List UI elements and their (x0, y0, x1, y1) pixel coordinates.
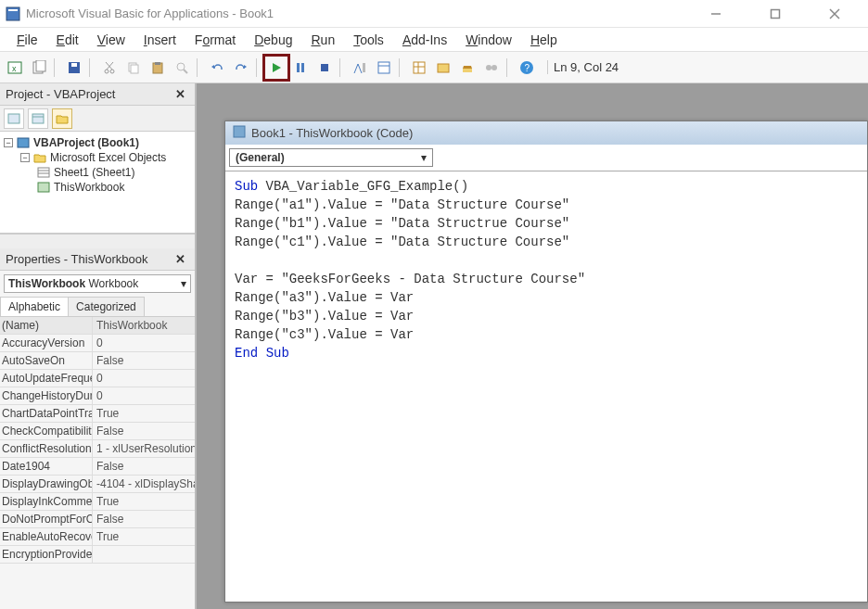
property-name: CheckCompatibility (0, 423, 93, 439)
properties-table[interactable]: (Name)ThisWorkbookAccuracyVersion0AutoSa… (0, 317, 195, 609)
collapse-icon[interactable]: − (4, 138, 13, 147)
menu-file[interactable]: File (9, 31, 45, 49)
property-value[interactable]: ThisWorkbook (93, 319, 195, 332)
object-browser-icon[interactable] (432, 57, 454, 79)
properties-object-name: ThisWorkbook (8, 277, 85, 290)
reset-icon[interactable] (313, 57, 336, 79)
property-value[interactable]: True (93, 495, 195, 508)
tab-alphabetic[interactable]: Alphabetic (0, 297, 69, 316)
properties-tabs: Alphabetic Categorized (0, 297, 195, 317)
properties-object-type: Workbook (88, 277, 138, 290)
break-icon[interactable] (289, 57, 312, 79)
menu-tools[interactable]: Tools (346, 31, 391, 49)
view-object-icon[interactable] (28, 108, 48, 129)
code-window-title: Book1 - ThisWorkbook (Code) (251, 126, 413, 140)
property-value[interactable]: 0 (93, 372, 195, 385)
property-row[interactable]: Date1904False (0, 458, 195, 476)
properties-object-selector[interactable]: ThisWorkbook Workbook ▾ (4, 274, 191, 293)
property-value[interactable]: False (93, 460, 195, 473)
project-tree[interactable]: − VBAProject (Book1) − Microsoft Excel O… (0, 132, 195, 234)
close-button[interactable] (816, 2, 853, 26)
paste-icon[interactable] (147, 57, 169, 79)
cut-icon[interactable] (98, 57, 121, 79)
property-name: ChartDataPointTrack (0, 405, 93, 422)
project-toolbar (0, 106, 195, 132)
property-value[interactable]: False (93, 354, 195, 367)
code-object-dropdown[interactable]: (General) ▾ (229, 148, 433, 167)
property-row[interactable]: DisplayInkCommentsTrue (0, 493, 195, 511)
tree-root[interactable]: − VBAProject (Book1) (2, 135, 193, 150)
property-row[interactable]: AccuracyVersion0 (0, 335, 195, 352)
property-row[interactable]: EncryptionProvider (0, 546, 195, 564)
svg-rect-39 (18, 138, 29, 147)
property-row[interactable]: AutoSaveOnFalse (0, 352, 195, 370)
property-row[interactable]: EnableAutoRecoverTrue (0, 528, 195, 546)
code-line: Range("a1").Value = "Data Structure Cour… (235, 196, 858, 214)
title-bar: Microsoft Visual Basic for Applications … (0, 0, 868, 28)
code-editor[interactable]: Sub VBA_Variable_GFG_Example()Range("a1"… (225, 171, 867, 602)
property-name: EncryptionProvider (0, 546, 93, 563)
toggle-folders-icon[interactable] (52, 108, 72, 129)
tab-order-icon[interactable] (480, 57, 503, 79)
project-explorer-close[interactable]: ✕ (172, 87, 189, 101)
undo-icon[interactable] (206, 57, 228, 79)
maximize-button[interactable] (757, 2, 794, 26)
properties-close[interactable]: ✕ (172, 252, 189, 266)
property-value[interactable]: 0 (93, 336, 195, 349)
svg-line-14 (106, 62, 112, 70)
svg-rect-16 (131, 65, 138, 73)
property-value[interactable]: 0 (93, 389, 195, 402)
project-explorer-icon[interactable] (373, 57, 395, 79)
menu-format[interactable]: Format (187, 31, 243, 49)
insert-module-icon[interactable] (28, 57, 50, 79)
property-row[interactable]: CheckCompatibilityFalse (0, 423, 195, 440)
menu-run[interactable]: Run (303, 31, 342, 49)
design-mode-icon[interactable] (349, 57, 371, 79)
menu-help[interactable]: Help (523, 31, 565, 49)
property-name: DoNotPromptForConvert (0, 511, 93, 527)
menu-edit[interactable]: Edit (49, 31, 86, 49)
property-row[interactable]: DisplayDrawingObjects-4104 - xlDisplaySh… (0, 476, 195, 493)
property-value[interactable]: True (93, 407, 195, 420)
property-value[interactable]: False (93, 513, 195, 526)
code-window-icon (233, 125, 246, 141)
minimize-button[interactable] (697, 2, 734, 26)
find-icon[interactable] (171, 57, 193, 79)
property-row[interactable]: (Name)ThisWorkbook (0, 317, 195, 335)
tree-item-sheet1[interactable]: Sheet1 (Sheet1) (2, 165, 193, 180)
tab-categorized[interactable]: Categorized (68, 297, 145, 316)
property-row[interactable]: ChartDataPointTrackTrue (0, 405, 195, 423)
property-name: DisplayDrawingObjects (0, 476, 93, 492)
view-excel-icon[interactable]: x (4, 57, 26, 79)
svg-rect-2 (772, 9, 780, 18)
properties-icon[interactable] (408, 57, 430, 79)
project-explorer-title: Project - VBAProject (6, 87, 116, 101)
menu-window[interactable]: Window (458, 31, 519, 49)
tree-folder[interactable]: − Microsoft Excel Objects (2, 150, 193, 165)
property-row[interactable]: DoNotPromptForConvertFalse (0, 511, 195, 528)
menu-addins[interactable]: Add-Ins (395, 31, 454, 49)
property-value[interactable]: False (93, 425, 195, 438)
tree-h-scrollbar[interactable] (0, 234, 195, 248)
code-window-titlebar[interactable]: Book1 - ThisWorkbook (Code) (225, 121, 867, 145)
property-row[interactable]: AutoUpdateFrequency0 (0, 370, 195, 387)
svg-rect-22 (301, 63, 304, 72)
help-icon[interactable]: ? (516, 57, 538, 79)
view-code-icon[interactable] (4, 108, 24, 129)
menu-debug[interactable]: Debug (247, 31, 300, 49)
save-icon[interactable] (63, 57, 85, 79)
menu-insert[interactable]: Insert (136, 31, 184, 49)
redo-icon[interactable] (230, 57, 252, 79)
tree-item-thisworkbook[interactable]: ThisWorkbook (2, 180, 193, 195)
property-row[interactable]: ConflictResolution1 - xlUserResolution (0, 440, 195, 458)
property-name: ConflictResolution (0, 440, 93, 457)
property-value[interactable]: -4104 - xlDisplayShapes (93, 477, 195, 490)
toolbox-icon[interactable] (456, 57, 479, 79)
property-value[interactable]: True (93, 530, 195, 543)
property-row[interactable]: ChangeHistoryDuration0 (0, 387, 195, 405)
menu-view[interactable]: View (90, 31, 133, 49)
run-button[interactable] (265, 57, 287, 79)
property-value[interactable]: 1 - xlUserResolution (93, 442, 195, 455)
collapse-icon[interactable]: − (20, 153, 30, 162)
copy-icon[interactable] (122, 57, 145, 79)
